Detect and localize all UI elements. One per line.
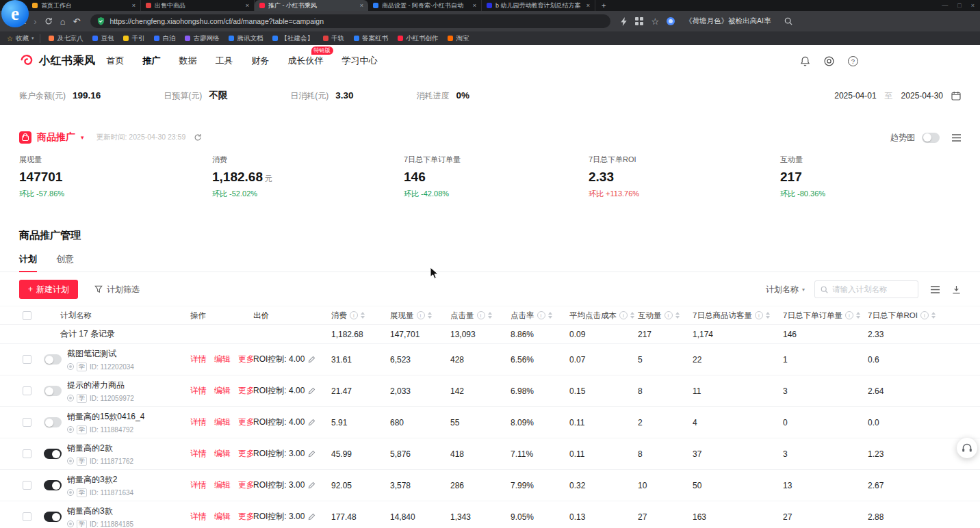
browser-tab[interactable]: b 幼儿园劳动教育计划总结方案× [482, 0, 595, 11]
sort-icon[interactable] [428, 312, 432, 319]
calendar-icon[interactable] [951, 91, 961, 101]
logo[interactable]: 小红书乘风 [19, 53, 96, 68]
detail-link[interactable]: 详情 [190, 448, 207, 460]
edit-link[interactable]: 编辑 [214, 448, 231, 460]
browser-profile-icon[interactable] [667, 17, 675, 25]
trend-chart-toggle[interactable] [922, 133, 940, 143]
bookmark-item[interactable]: 白泊 [149, 34, 180, 43]
row-checkbox[interactable] [23, 418, 31, 427]
bookmark-item[interactable]: 古廖网络 [180, 34, 224, 43]
refresh-data-icon[interactable] [194, 133, 202, 142]
browser-tab[interactable]: 出售中商品× [141, 0, 255, 11]
column-header[interactable]: 点击率 [511, 311, 569, 321]
close-window-button[interactable]: × [971, 2, 975, 9]
column-header[interactable]: 7日总商品访客量 [693, 311, 783, 321]
plan-name[interactable]: 销量高的15款0416_4 [67, 411, 144, 423]
edit-bid-icon[interactable] [308, 356, 315, 363]
bookmark-star-icon[interactable]: ☆ [651, 17, 659, 26]
bookmark-item[interactable]: 千轨 [318, 34, 349, 43]
lightning-icon[interactable] [621, 17, 628, 26]
browser-tab[interactable]: 推广 - 小红书乘风× [255, 0, 368, 11]
edit-link[interactable]: 编辑 [214, 385, 231, 397]
column-settings-icon[interactable] [931, 286, 940, 293]
select-all-checkbox[interactable] [23, 311, 31, 320]
tab-close-icon[interactable]: × [132, 2, 136, 9]
plan-status-toggle[interactable] [44, 354, 62, 365]
tab-creative[interactable]: 创意 [56, 253, 74, 272]
apps-grid-icon[interactable] [635, 17, 643, 25]
plan-name[interactable]: 销量高的3款 [67, 505, 133, 517]
sort-icon[interactable] [931, 312, 936, 319]
sort-icon[interactable] [766, 312, 770, 319]
edit-link[interactable]: 编辑 [214, 479, 231, 491]
bookmark-item[interactable]: 豆包 [88, 34, 118, 43]
edit-link[interactable]: 编辑 [214, 417, 231, 428]
info-icon[interactable] [350, 311, 358, 319]
tab-close-icon[interactable]: × [473, 2, 476, 9]
sort-icon[interactable] [630, 312, 634, 319]
edit-bid-icon[interactable] [308, 481, 315, 489]
sort-icon[interactable] [548, 312, 552, 319]
help-icon[interactable] [848, 56, 858, 66]
more-link[interactable]: 更多 [238, 448, 253, 460]
search-field-selector[interactable]: 计划名称 ▾ [766, 284, 805, 295]
bookmark-item[interactable]: 腾讯文档 [224, 34, 268, 43]
more-link[interactable]: 更多 [238, 385, 253, 397]
plan-status-toggle[interactable] [44, 512, 62, 522]
more-link[interactable]: 更多 [238, 479, 253, 491]
promo-type-selector[interactable]: 商品推广 [37, 131, 75, 144]
info-icon[interactable] [845, 311, 853, 319]
sort-icon[interactable] [856, 312, 860, 319]
plan-status-toggle[interactable] [44, 480, 62, 490]
detail-link[interactable]: 详情 [190, 417, 207, 428]
chevron-down-icon[interactable]: ▾ [81, 134, 84, 141]
sort-icon[interactable] [488, 312, 492, 319]
row-checkbox[interactable] [23, 481, 31, 490]
browser-tab[interactable]: 首页工作台× [27, 0, 141, 11]
column-header[interactable]: 消费 [331, 311, 390, 321]
refresh-icon[interactable] [44, 17, 53, 25]
edit-bid-icon[interactable] [308, 419, 315, 426]
row-checkbox[interactable] [23, 386, 31, 395]
nav-item[interactable]: 数据 [179, 55, 197, 67]
row-checkbox[interactable] [23, 355, 31, 364]
column-header[interactable]: 7日总下单订单量 [783, 311, 868, 321]
info-icon[interactable] [417, 311, 425, 319]
nav-item[interactable]: 首页 [107, 55, 125, 67]
date-end[interactable]: 2025-04-30 [901, 91, 943, 101]
tab-plan[interactable]: 计划 [19, 253, 37, 272]
info-icon[interactable] [665, 311, 673, 319]
date-range-picker[interactable]: 2025-04-01 至 2025-04-30 [834, 90, 961, 102]
edit-link[interactable]: 编辑 [214, 354, 231, 365]
info-icon[interactable] [755, 311, 763, 319]
info-icon[interactable] [477, 311, 485, 319]
bookmark-item[interactable]: 【社建会】 [268, 34, 318, 43]
more-link[interactable]: 更多 [238, 354, 253, 365]
nav-item[interactable]: 工具 [216, 55, 233, 67]
edit-bid-icon[interactable] [308, 513, 315, 520]
nav-item[interactable]: 学习中心 [342, 55, 378, 67]
edit-bid-icon[interactable] [308, 450, 315, 458]
edit-bid-icon[interactable] [308, 387, 315, 395]
info-icon[interactable] [537, 311, 545, 319]
download-icon[interactable] [952, 285, 961, 294]
plan-name[interactable]: 提示的潜力商品 [67, 380, 134, 391]
sort-icon[interactable] [361, 312, 365, 319]
plan-filter-button[interactable]: 计划筛选 [94, 284, 140, 295]
plan-name[interactable]: 销量高的3款2 [67, 474, 133, 486]
nav-item[interactable]: 财务 [252, 55, 270, 67]
bookmark-item[interactable]: 答案红书 [349, 34, 393, 43]
bookmark-item[interactable]: 千引 [118, 34, 149, 43]
plan-status-toggle[interactable] [44, 417, 62, 427]
plan-search-box[interactable] [814, 280, 918, 298]
row-checkbox[interactable] [23, 512, 31, 521]
row-checkbox[interactable] [23, 449, 31, 458]
more-link[interactable]: 更多 [238, 511, 253, 523]
sort-icon[interactable] [675, 312, 680, 319]
maximize-button[interactable]: □ [957, 2, 961, 9]
column-header[interactable]: 点击量 [450, 311, 511, 321]
bookmark-item[interactable]: 淘宝 [443, 34, 474, 43]
nav-item[interactable]: 推广 [143, 55, 161, 67]
forward-icon[interactable]: › [34, 17, 36, 26]
address-bar[interactable]: https://chengfeng.xiaohongshu.com/cf/ad/… [90, 14, 610, 28]
